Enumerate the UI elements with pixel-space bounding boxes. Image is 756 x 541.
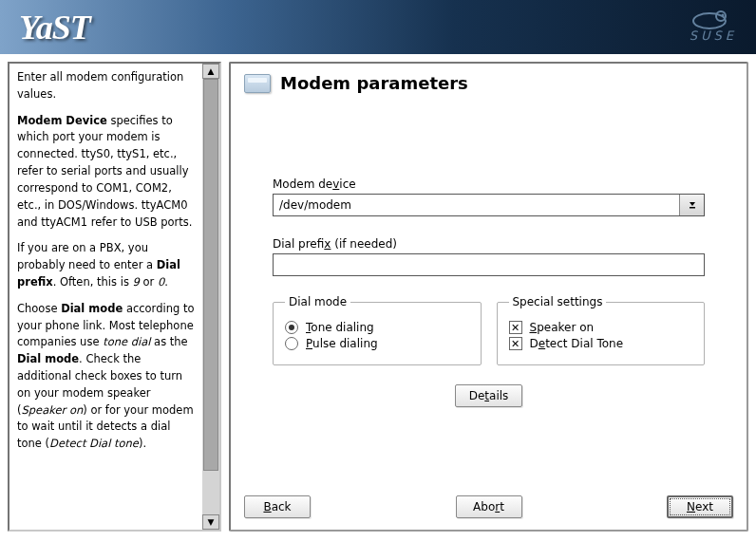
back-button[interactable]: Back	[244, 495, 311, 518]
dial-mode-legend: Dial mode	[285, 295, 350, 308]
combo-dropdown-button[interactable]	[679, 195, 704, 215]
pulse-dialing-radio[interactable]: Pulse dialing	[285, 337, 469, 350]
suse-logo: SUSE	[690, 8, 737, 43]
svg-rect-3	[690, 207, 695, 209]
abort-button[interactable]: Abort	[456, 495, 522, 518]
help-text: Enter all modem configuration values. Mo…	[9, 64, 202, 530]
checkbox-checked-icon: ✕	[509, 321, 522, 334]
radio-checked-icon	[285, 321, 298, 334]
details-button[interactable]: Details	[455, 384, 523, 407]
dial-prefix-label: Dial prefix (if needed)	[273, 237, 705, 251]
modem-device-value[interactable]: /dev/modem	[274, 195, 679, 215]
modem-device-combo[interactable]: /dev/modem	[273, 194, 705, 216]
speaker-on-checkbox[interactable]: ✕ Speaker on	[509, 321, 693, 334]
suse-text: SUSE	[690, 28, 737, 43]
modem-device-label: Modem device	[273, 177, 705, 191]
tone-dialing-radio[interactable]: Tone dialing	[285, 321, 469, 334]
dial-mode-group: Dial mode Tone dialing Pulse dialing	[273, 295, 482, 365]
detect-dial-tone-checkbox[interactable]: ✕ Detect Dial Tone	[509, 337, 693, 350]
scroll-down-icon[interactable]: ▼	[202, 514, 219, 530]
modem-icon	[244, 74, 271, 93]
dial-prefix-input[interactable]	[273, 253, 705, 276]
app-header: YaST SUSE	[0, 0, 756, 54]
scroll-track[interactable]	[202, 79, 219, 514]
special-settings-legend: Special settings	[509, 295, 607, 308]
scroll-up-icon[interactable]: ▲	[202, 64, 219, 79]
next-button[interactable]: Next	[667, 495, 733, 518]
suse-lizard-icon	[690, 8, 736, 30]
page-title: Modem parameters	[280, 73, 468, 93]
main-panel: Modem parameters Modem device /dev/modem…	[229, 62, 748, 532]
help-scrollbar[interactable]: ▲ ▼	[202, 64, 219, 530]
special-settings-group: Special settings ✕ Speaker on ✕ Detect D…	[497, 295, 706, 365]
help-panel: Enter all modem configuration values. Mo…	[8, 62, 221, 532]
chevron-down-icon	[688, 199, 697, 211]
yast-logo: YaST	[19, 8, 90, 47]
checkbox-checked-icon: ✕	[509, 337, 522, 350]
radio-unchecked-icon	[285, 337, 298, 350]
scroll-thumb[interactable]	[203, 79, 218, 471]
svg-point-2	[721, 14, 724, 17]
